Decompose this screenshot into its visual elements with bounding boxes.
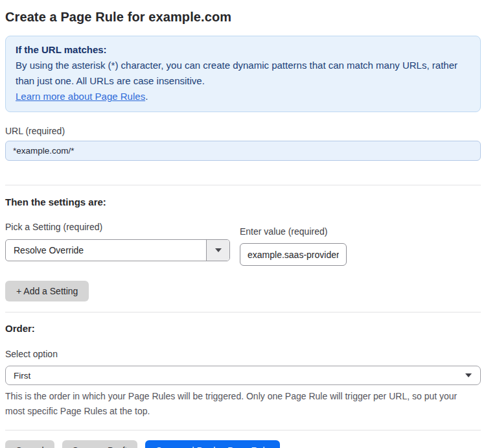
divider [5,312,481,312]
setting-value-label: Enter value (required) [240,226,347,237]
order-selected-value: First [14,371,30,381]
learn-more-link[interactable]: Learn more about Page Rules [16,91,145,102]
setting-picker-column: Pick a Setting (required) Resolve Overri… [5,222,240,266]
settings-row: Pick a Setting (required) Resolve Overri… [5,222,481,266]
add-setting-button[interactable]: + Add a Setting [5,281,89,301]
url-input[interactable] [5,141,481,161]
divider [5,430,481,430]
setting-picker-caret-button[interactable] [206,240,229,261]
setting-picker-dropdown[interactable]: Resolve Override [5,239,230,261]
order-select-label: Select option [5,349,481,360]
settings-section-heading: Then the settings are: [5,196,481,208]
order-help-text: This is the order in which your Page Rul… [5,389,472,418]
page-rule-form: Create a Page Rule for example.com If th… [0,0,486,448]
info-box-heading: If the URL matches: [16,42,470,58]
save-as-draft-button[interactable]: Save as Draft [62,440,138,448]
order-section-heading: Order: [5,323,481,335]
setting-picker-selected-value: Resolve Override [6,240,206,261]
cancel-button[interactable]: Cancel [5,440,54,448]
form-actions: Cancel Save as Draft Save and Deploy Pag… [5,440,481,448]
setting-picker-label: Pick a Setting (required) [5,222,240,233]
page-title: Create a Page Rule for example.com [5,9,481,25]
link-suffix: . [145,91,148,102]
caret-down-icon [215,248,222,252]
info-box-body: By using the asterisk (*) character, you… [16,58,470,89]
save-and-deploy-button[interactable]: Save and Deploy Page Rule [145,440,280,448]
setting-value-input[interactable] [240,243,347,266]
caret-down-icon [465,373,472,377]
url-field-label: URL (required) [5,126,481,137]
info-box-link-line: Learn more about Page Rules. [16,89,470,104]
url-match-info-box: If the URL matches: By using the asteris… [5,36,481,112]
setting-value-column: Enter value (required) [240,226,347,266]
order-select[interactable]: First [5,366,481,385]
divider [5,185,481,185]
